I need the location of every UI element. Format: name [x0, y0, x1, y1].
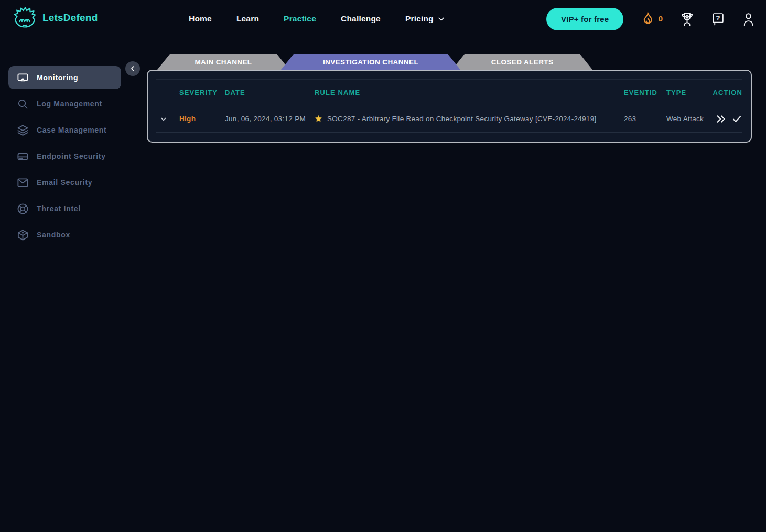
alert-table-row[interactable]: High Jun, 06, 2024, 03:12 PM SOC287 - Ar… [156, 105, 742, 133]
user-icon [742, 12, 755, 26]
action-cell [712, 114, 742, 124]
column-header-eventid: EVENTID [624, 89, 666, 96]
event-id: 263 [624, 115, 666, 123]
row-expand-button[interactable] [156, 115, 179, 123]
search-icon [17, 98, 29, 110]
tab-closed-alerts[interactable]: CLOSED ALERTS [452, 54, 592, 70]
nav-pricing-label: Pricing [405, 14, 434, 24]
layers-icon [17, 124, 29, 136]
brand-logo[interactable]: LetsDefend [13, 7, 98, 29]
help-button[interactable]: ? [711, 12, 725, 26]
nav-home[interactable]: Home [189, 14, 212, 24]
check-icon [731, 114, 742, 124]
profile-button[interactable] [742, 12, 755, 26]
column-header-date: DATE [225, 89, 315, 96]
screen-share-icon [17, 72, 29, 84]
chevron-left-icon [129, 65, 136, 72]
streak-count: 0 [658, 14, 663, 24]
sidebar: Monitoring Log Management Case Managemen… [0, 38, 133, 532]
sidebar-label: Endpoint Security [37, 152, 106, 160]
sidebar-item-sandbox[interactable]: Sandbox [0, 222, 133, 248]
close-alert-button[interactable] [731, 114, 742, 124]
rule-name-cell: SOC287 - Arbitrary File Read on Checkpoi… [315, 115, 624, 123]
hard-drive-icon [17, 150, 29, 162]
question-bubble-icon: ? [711, 12, 725, 26]
sidebar-item-case-management[interactable]: Case Management [0, 117, 133, 143]
letsdefend-hedgehog-icon [13, 7, 37, 29]
main-content: MAIN CHANNEL INVESTIGATION CHANNEL CLOSE… [133, 38, 766, 532]
vip-for-free-button[interactable]: VIP+ for free [546, 8, 623, 30]
sidebar-item-threat-intel[interactable]: Threat Intel [0, 196, 133, 222]
alerts-table-header: SEVERITY DATE RULE NAME EVENTID TYPE ACT… [156, 80, 742, 105]
mail-icon [17, 177, 29, 189]
cube-icon [17, 229, 29, 241]
alert-type: Web Attack [666, 115, 712, 123]
sidebar-item-monitoring[interactable]: Monitoring [0, 64, 133, 91]
sidebar-label: Threat Intel [37, 204, 81, 213]
sidebar-item-email-security[interactable]: Email Security [0, 169, 133, 196]
nav-practice[interactable]: Practice [284, 14, 316, 24]
tab-label: MAIN CHANNEL [195, 58, 252, 66]
chevron-down-icon [159, 115, 168, 123]
sidebar-label: Case Management [37, 126, 106, 134]
sidebar-label: Email Security [37, 178, 92, 187]
severity-badge: High [179, 115, 225, 123]
take-ownership-button[interactable] [716, 114, 727, 124]
tab-label: INVESTIGATION CHANNEL [323, 58, 418, 66]
achievements-button[interactable] [680, 12, 694, 27]
topbar-actions: VIP+ for free 0 [546, 0, 755, 38]
column-header-severity: SEVERITY [179, 89, 225, 96]
nav-challenge[interactable]: Challenge [341, 14, 381, 24]
alert-date: Jun, 06, 2024, 03:12 PM [225, 115, 315, 123]
tab-investigation-channel[interactable]: INVESTIGATION CHANNEL [281, 54, 460, 70]
sidebar-label: Sandbox [37, 231, 70, 239]
flame-icon [641, 12, 655, 27]
brand-name: LetsDefend [42, 12, 98, 24]
alert-channel-tabs: MAIN CHANNEL INVESTIGATION CHANNEL CLOSE… [157, 54, 766, 70]
top-navbar: LetsDefend Home Learn Practice Challenge… [0, 0, 766, 38]
alerts-table-panel: SEVERITY DATE RULE NAME EVENTID TYPE ACT… [147, 70, 752, 143]
sidebar-label: Monitoring [37, 73, 78, 82]
nav-pricing[interactable]: Pricing [405, 14, 445, 24]
rule-name-text: SOC287 - Arbitrary File Read on Checkpoi… [327, 115, 597, 123]
column-header-rule-name: RULE NAME [315, 89, 624, 96]
sidebar-collapse-button[interactable] [125, 61, 140, 76]
streak-counter[interactable]: 0 [641, 12, 663, 27]
panel-top-divider [156, 71, 742, 80]
sidebar-item-endpoint-security[interactable]: Endpoint Security [0, 143, 133, 169]
life-buoy-icon [17, 203, 29, 215]
tab-label: CLOSED ALERTS [491, 58, 554, 66]
sidebar-item-log-management[interactable]: Log Management [0, 91, 133, 117]
svg-text:?: ? [716, 14, 720, 21]
sidebar-label: Log Management [37, 100, 102, 108]
trophy-icon [680, 12, 694, 27]
main-navigation: Home Learn Practice Challenge Pricing [189, 0, 445, 38]
chevron-down-icon [437, 15, 445, 23]
nav-learn[interactable]: Learn [236, 14, 259, 24]
column-header-type: TYPE [666, 89, 712, 96]
column-header-action: ACTION [712, 89, 742, 96]
double-chevron-right-icon [716, 114, 727, 124]
star-icon[interactable] [315, 115, 322, 123]
tab-main-channel[interactable]: MAIN CHANNEL [157, 54, 289, 70]
